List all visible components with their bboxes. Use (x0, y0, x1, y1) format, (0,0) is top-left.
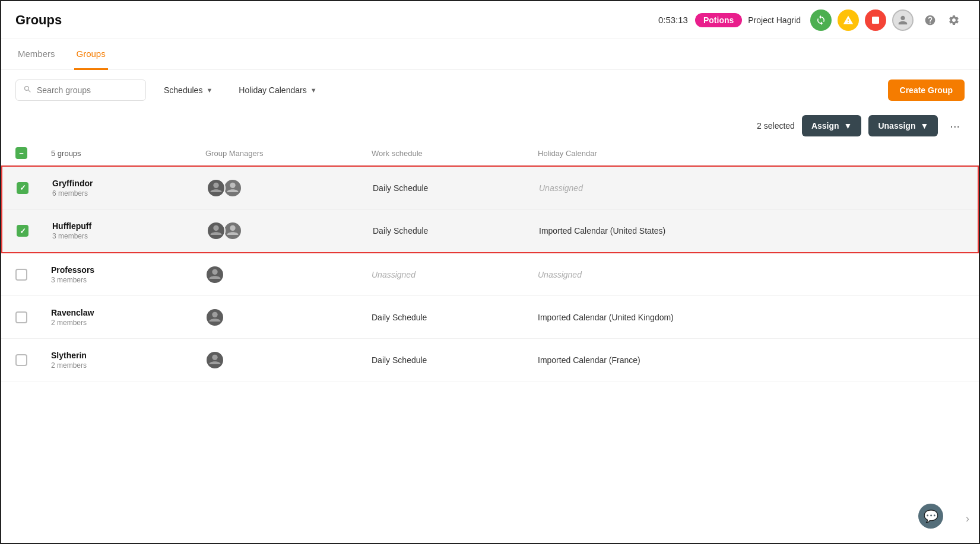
group-info-professors: Professors 3 members (51, 265, 205, 284)
header-avatars (810, 9, 965, 31)
svg-point-4 (230, 225, 235, 231)
row-checkbox-professors[interactable] (15, 269, 27, 281)
group-info-ravenclaw: Ravenclaw 2 members (51, 308, 205, 327)
calendar-gryffindor: Unassigned (539, 183, 963, 193)
assign-button[interactable]: Assign ▼ (802, 115, 862, 136)
expand-panel-arrow[interactable]: › (966, 513, 969, 525)
create-group-button[interactable]: Create Group (888, 79, 965, 101)
table-row[interactable]: ✓ Hufflepuff 3 members Daily Schedule Im… (2, 209, 978, 252)
table-row[interactable]: Professors 3 members Unassigned Unassign… (1, 253, 979, 296)
help-btn[interactable] (919, 9, 941, 31)
svg-point-2 (230, 182, 235, 187)
selected-rows-container: ✓ Gryffindor 6 members Daily Schedule Un… (1, 166, 979, 253)
schedules-dropdown-arrow: ▼ (206, 87, 213, 94)
row-checkbox-slytherin[interactable] (15, 354, 27, 366)
tab-members[interactable]: Members (15, 39, 58, 70)
page-title: Groups (15, 12, 62, 28)
table-header: − 5 groups Group Managers Work schedule … (1, 141, 979, 166)
chat-bubble-button[interactable]: 💬 (918, 504, 943, 529)
assign-dropdown-arrow: ▼ (844, 121, 852, 131)
col-header-schedule: Work schedule (372, 149, 538, 158)
tab-groups[interactable]: Groups (74, 39, 108, 70)
managers-hufflepuff (207, 221, 373, 240)
unassign-dropdown-arrow: ▼ (920, 121, 928, 131)
schedule-slytherin: Daily Schedule (372, 355, 538, 365)
svg-point-7 (212, 354, 217, 360)
row-checkbox-hufflepuff[interactable]: ✓ (17, 225, 28, 237)
avatar-yellow-btn[interactable] (838, 9, 859, 31)
row-checkbox-ravenclaw[interactable] (15, 311, 27, 323)
manager-avatar-4 (223, 221, 242, 240)
calendar-professors: Unassigned (538, 270, 965, 279)
user-icon (897, 15, 908, 26)
manager-avatar-5 (205, 265, 224, 284)
group-info-slytherin: Slytherin 2 members (51, 351, 205, 370)
schedule-ravenclaw: Daily Schedule (372, 313, 538, 322)
calendar-ravenclaw: Imported Calendar (United Kingdom) (538, 313, 965, 322)
project-label: Project Hagrid (748, 15, 801, 25)
search-icon (23, 85, 32, 96)
selection-bar: 2 selected Assign ▼ Unassign ▼ ··· (1, 110, 979, 141)
schedule-gryffindor: Daily Schedule (373, 183, 539, 193)
avatar-green-btn[interactable] (810, 9, 832, 31)
selected-count: 2 selected (757, 121, 795, 131)
holiday-calendars-dropdown-arrow: ▼ (310, 87, 317, 94)
header: Groups 0:53:13 Potions Project Hagrid (1, 1, 979, 39)
col-header-calendar: Holiday Calendar (538, 149, 965, 158)
badge-potions[interactable]: Potions (695, 13, 742, 27)
svg-point-6 (212, 311, 217, 317)
timer: 0:53:13 (658, 15, 688, 25)
select-all-checkbox[interactable]: − (15, 147, 51, 159)
managers-ravenclaw (205, 308, 372, 327)
settings-btn[interactable] (943, 9, 965, 31)
svg-point-5 (212, 269, 217, 274)
calendar-slytherin: Imported Calendar (France) (538, 355, 965, 365)
groups-count: 5 groups (51, 149, 205, 158)
toolbar: Schedules ▼ Holiday Calendars ▼ Create G… (1, 70, 979, 110)
settings-icon (948, 14, 960, 26)
search-box[interactable] (15, 79, 146, 101)
managers-gryffindor (207, 179, 373, 198)
table-row[interactable]: ✓ Gryffindor 6 members Daily Schedule Un… (2, 167, 978, 209)
managers-professors (205, 265, 372, 284)
manager-avatar-3 (207, 221, 226, 240)
help-icon (924, 14, 936, 26)
app-container: Groups 0:53:13 Potions Project Hagrid (0, 0, 980, 544)
manager-avatar-2 (223, 179, 242, 198)
schedules-filter-btn[interactable]: Schedules ▼ (156, 81, 221, 100)
sync-icon (816, 15, 826, 26)
manager-avatar-7 (205, 351, 224, 370)
avatar-red-btn[interactable] (865, 9, 886, 31)
table-row[interactable]: Ravenclaw 2 members Daily Schedule Impor… (1, 296, 979, 339)
schedule-hufflepuff: Daily Schedule (373, 226, 539, 236)
svg-rect-0 (872, 17, 879, 24)
unassign-button[interactable]: Unassign ▼ (868, 115, 938, 136)
svg-point-1 (213, 182, 218, 187)
col-header-managers: Group Managers (205, 149, 372, 158)
warning-icon (843, 15, 854, 26)
schedule-professors: Unassigned (372, 270, 538, 279)
calendar-hufflepuff: Imported Calendar (United States) (539, 226, 963, 236)
group-info-gryffindor: Gryffindor 6 members (52, 179, 207, 198)
svg-point-3 (213, 225, 218, 231)
managers-slytherin (205, 351, 372, 370)
manager-avatar-6 (205, 308, 224, 327)
chat-icon: 💬 (924, 509, 938, 523)
group-info-hufflepuff: Hufflepuff 3 members (52, 221, 207, 240)
more-options-button[interactable]: ··· (945, 117, 965, 135)
holiday-calendars-filter-btn[interactable]: Holiday Calendars ▼ (230, 81, 325, 100)
search-input[interactable] (37, 85, 132, 95)
tabs: Members Groups (1, 39, 979, 70)
stop-icon (870, 15, 881, 26)
manager-avatar-1 (207, 179, 226, 198)
table-row[interactable]: Slytherin 2 members Daily Schedule Impor… (1, 339, 979, 381)
row-checkbox-gryffindor[interactable]: ✓ (17, 182, 28, 194)
user-avatar-btn[interactable] (892, 9, 914, 31)
